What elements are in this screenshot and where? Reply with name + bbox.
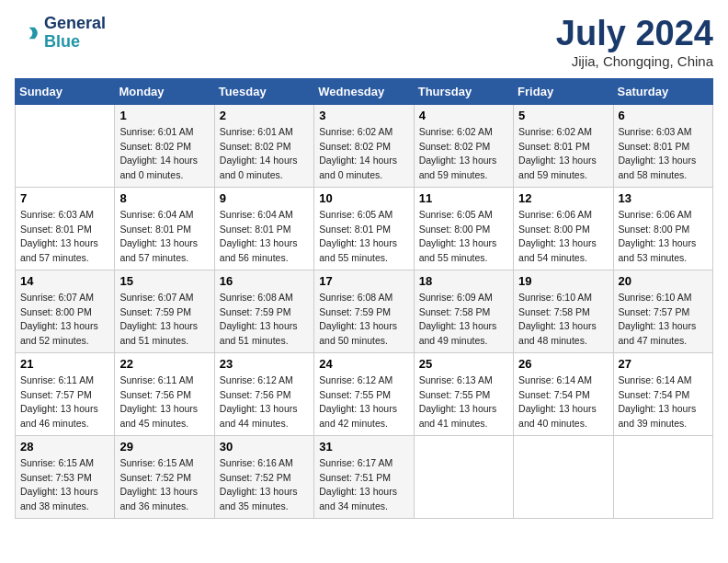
day-header: Wednesday (314, 78, 414, 104)
day-number: 17 (319, 274, 408, 288)
day-number: 27 (619, 357, 708, 371)
calendar-cell: 6Sunrise: 6:03 AMSunset: 8:01 PMDaylight… (613, 104, 712, 187)
logo-icon (15, 20, 40, 46)
day-number: 28 (20, 440, 109, 454)
day-number: 4 (419, 109, 508, 122)
cell-info: Sunrise: 6:13 AMSunset: 7:55 PMDaylight:… (419, 373, 508, 431)
calendar-week-row: 7Sunrise: 6:03 AMSunset: 8:01 PMDaylight… (16, 187, 713, 270)
calendar-cell: 23Sunrise: 6:12 AMSunset: 7:56 PMDayligh… (214, 352, 313, 435)
calendar-cell: 19Sunrise: 6:10 AMSunset: 7:58 PMDayligh… (514, 270, 613, 352)
title-block: July 2024 Jijia, Chongqing, China (556, 15, 713, 69)
day-number: 3 (319, 109, 408, 122)
calendar-cell: 22Sunrise: 6:11 AMSunset: 7:56 PMDayligh… (115, 352, 214, 435)
day-number: 24 (319, 357, 408, 371)
cell-info: Sunrise: 6:03 AMSunset: 8:01 PMDaylight:… (20, 208, 109, 266)
cell-info: Sunrise: 6:12 AMSunset: 7:56 PMDaylight:… (220, 373, 309, 431)
day-number: 20 (619, 274, 708, 288)
day-number: 5 (518, 109, 608, 122)
calendar-cell (514, 435, 613, 518)
calendar-cell: 11Sunrise: 6:05 AMSunset: 8:00 PMDayligh… (414, 187, 513, 270)
day-header: Sunday (16, 78, 115, 104)
calendar-week-row: 21Sunrise: 6:11 AMSunset: 7:57 PMDayligh… (16, 352, 713, 435)
day-number: 1 (119, 109, 209, 122)
cell-info: Sunrise: 6:14 AMSunset: 7:54 PMDaylight:… (619, 373, 708, 431)
calendar-cell: 10Sunrise: 6:05 AMSunset: 8:01 PMDayligh… (314, 187, 414, 270)
page-header: General Blue July 2024 Jijia, Chongqing,… (15, 15, 713, 69)
day-number: 21 (20, 357, 109, 371)
day-number: 10 (319, 191, 408, 205)
day-number: 23 (220, 357, 309, 371)
calendar-cell: 25Sunrise: 6:13 AMSunset: 7:55 PMDayligh… (414, 352, 513, 435)
calendar-cell: 16Sunrise: 6:08 AMSunset: 7:59 PMDayligh… (214, 270, 313, 352)
calendar-cell (16, 104, 115, 187)
cell-info: Sunrise: 6:08 AMSunset: 7:59 PMDaylight:… (319, 291, 408, 349)
calendar-cell: 13Sunrise: 6:06 AMSunset: 8:00 PMDayligh… (613, 187, 712, 270)
day-header: Monday (115, 78, 214, 104)
day-number: 25 (419, 357, 508, 371)
cell-info: Sunrise: 6:04 AMSunset: 8:01 PMDaylight:… (220, 208, 309, 266)
calendar-cell: 28Sunrise: 6:15 AMSunset: 7:53 PMDayligh… (16, 435, 115, 518)
day-number: 6 (619, 109, 708, 122)
calendar-cell: 21Sunrise: 6:11 AMSunset: 7:57 PMDayligh… (16, 352, 115, 435)
cell-info: Sunrise: 6:15 AMSunset: 7:52 PMDaylight:… (119, 456, 209, 514)
calendar-cell (613, 435, 712, 518)
cell-info: Sunrise: 6:05 AMSunset: 8:01 PMDaylight:… (319, 208, 408, 266)
calendar-week-row: 1Sunrise: 6:01 AMSunset: 8:02 PMDaylight… (16, 104, 713, 187)
day-number: 9 (220, 191, 309, 205)
day-number: 8 (119, 191, 209, 205)
day-number: 29 (119, 440, 209, 454)
cell-info: Sunrise: 6:14 AMSunset: 7:54 PMDaylight:… (518, 373, 608, 431)
cell-info: Sunrise: 6:07 AMSunset: 8:00 PMDaylight:… (20, 291, 109, 349)
day-number: 15 (119, 274, 209, 288)
calendar-cell: 24Sunrise: 6:12 AMSunset: 7:55 PMDayligh… (314, 352, 414, 435)
logo: General Blue (15, 15, 106, 52)
page-subtitle: Jijia, Chongqing, China (556, 53, 713, 69)
header-row: SundayMondayTuesdayWednesdayThursdayFrid… (16, 78, 713, 104)
calendar-cell: 14Sunrise: 6:07 AMSunset: 8:00 PMDayligh… (16, 270, 115, 352)
calendar-cell: 18Sunrise: 6:09 AMSunset: 7:58 PMDayligh… (414, 270, 513, 352)
day-number: 7 (20, 191, 109, 205)
calendar-cell: 3Sunrise: 6:02 AMSunset: 8:02 PMDaylight… (314, 104, 414, 187)
cell-info: Sunrise: 6:04 AMSunset: 8:01 PMDaylight:… (119, 208, 209, 266)
cell-info: Sunrise: 6:08 AMSunset: 7:59 PMDaylight:… (220, 291, 309, 349)
calendar-cell: 4Sunrise: 6:02 AMSunset: 8:02 PMDaylight… (414, 104, 513, 187)
cell-info: Sunrise: 6:11 AMSunset: 7:56 PMDaylight:… (119, 373, 209, 431)
day-number: 22 (119, 357, 209, 371)
calendar-cell: 1Sunrise: 6:01 AMSunset: 8:02 PMDaylight… (115, 104, 214, 187)
cell-info: Sunrise: 6:12 AMSunset: 7:55 PMDaylight:… (319, 373, 408, 431)
day-number: 13 (619, 191, 708, 205)
cell-info: Sunrise: 6:10 AMSunset: 7:58 PMDaylight:… (518, 291, 608, 349)
cell-info: Sunrise: 6:11 AMSunset: 7:57 PMDaylight:… (20, 373, 109, 431)
day-header: Thursday (414, 78, 513, 104)
cell-info: Sunrise: 6:02 AMSunset: 8:02 PMDaylight:… (319, 125, 408, 183)
calendar-table: SundayMondayTuesdayWednesdayThursdayFrid… (15, 78, 713, 519)
calendar-cell: 26Sunrise: 6:14 AMSunset: 7:54 PMDayligh… (514, 352, 613, 435)
day-number: 31 (319, 440, 408, 454)
cell-info: Sunrise: 6:01 AMSunset: 8:02 PMDaylight:… (220, 125, 309, 183)
day-header: Saturday (613, 78, 712, 104)
day-number: 2 (220, 109, 309, 122)
day-number: 12 (518, 191, 608, 205)
day-number: 16 (220, 274, 309, 288)
cell-info: Sunrise: 6:16 AMSunset: 7:52 PMDaylight:… (220, 456, 309, 514)
calendar-week-row: 28Sunrise: 6:15 AMSunset: 7:53 PMDayligh… (16, 435, 713, 518)
calendar-cell: 31Sunrise: 6:17 AMSunset: 7:51 PMDayligh… (314, 435, 414, 518)
day-header: Friday (514, 78, 613, 104)
calendar-cell: 17Sunrise: 6:08 AMSunset: 7:59 PMDayligh… (314, 270, 414, 352)
calendar-cell: 15Sunrise: 6:07 AMSunset: 7:59 PMDayligh… (115, 270, 214, 352)
cell-info: Sunrise: 6:07 AMSunset: 7:59 PMDaylight:… (119, 291, 209, 349)
calendar-cell: 30Sunrise: 6:16 AMSunset: 7:52 PMDayligh… (214, 435, 313, 518)
calendar-cell: 9Sunrise: 6:04 AMSunset: 8:01 PMDaylight… (214, 187, 313, 270)
logo-text: General Blue (44, 15, 106, 52)
cell-info: Sunrise: 6:03 AMSunset: 8:01 PMDaylight:… (619, 125, 708, 183)
day-number: 26 (518, 357, 608, 371)
cell-info: Sunrise: 6:06 AMSunset: 8:00 PMDaylight:… (619, 208, 708, 266)
calendar-cell: 27Sunrise: 6:14 AMSunset: 7:54 PMDayligh… (613, 352, 712, 435)
cell-info: Sunrise: 6:01 AMSunset: 8:02 PMDaylight:… (119, 125, 209, 183)
day-number: 14 (20, 274, 109, 288)
day-number: 30 (220, 440, 309, 454)
day-number: 18 (419, 274, 508, 288)
calendar-cell: 5Sunrise: 6:02 AMSunset: 8:01 PMDaylight… (514, 104, 613, 187)
cell-info: Sunrise: 6:06 AMSunset: 8:00 PMDaylight:… (518, 208, 608, 266)
calendar-cell: 7Sunrise: 6:03 AMSunset: 8:01 PMDaylight… (16, 187, 115, 270)
